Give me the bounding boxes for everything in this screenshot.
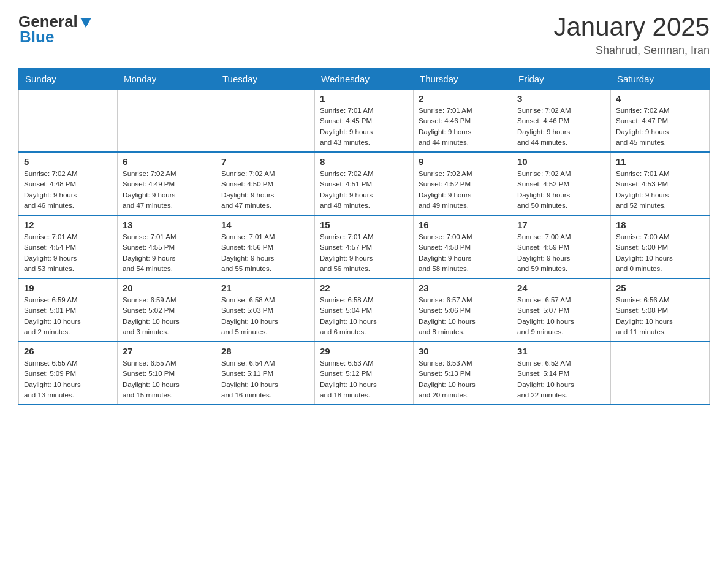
calendar-cell: 26Sunrise: 6:55 AM Sunset: 5:09 PM Dayli…: [19, 342, 118, 405]
calendar-cell: 30Sunrise: 6:53 AM Sunset: 5:13 PM Dayli…: [414, 342, 512, 405]
day-number: 29: [320, 346, 408, 356]
day-info: Sunrise: 7:00 AM Sunset: 4:58 PM Dayligh…: [419, 232, 507, 274]
day-number: 9: [419, 156, 507, 167]
calendar-cell: 5Sunrise: 7:02 AM Sunset: 4:48 PM Daylig…: [19, 152, 118, 215]
calendar-cell: 24Sunrise: 6:57 AM Sunset: 5:07 PM Dayli…: [512, 278, 611, 342]
calendar-week-3: 12Sunrise: 7:01 AM Sunset: 4:54 PM Dayli…: [19, 215, 710, 278]
title-area: January 2025 Shahrud, Semnan, Iran: [553, 12, 710, 57]
day-info: Sunrise: 7:02 AM Sunset: 4:50 PM Dayligh…: [221, 169, 309, 211]
day-number: 3: [517, 93, 605, 104]
calendar-cell: 28Sunrise: 6:54 AM Sunset: 5:11 PM Dayli…: [216, 342, 315, 405]
day-number: 27: [123, 346, 211, 356]
column-header-tuesday: Tuesday: [216, 69, 315, 90]
day-info: Sunrise: 7:01 AM Sunset: 4:46 PM Dayligh…: [419, 105, 507, 148]
day-info: Sunrise: 7:02 AM Sunset: 4:52 PM Dayligh…: [517, 169, 605, 211]
day-number: 24: [517, 283, 605, 293]
day-number: 6: [123, 156, 211, 167]
day-number: 22: [320, 283, 408, 293]
calendar-header-row: SundayMondayTuesdayWednesdayThursdayFrid…: [19, 69, 710, 90]
day-number: 16: [419, 220, 507, 230]
day-number: 25: [616, 283, 704, 293]
logo: General Blue: [18, 12, 93, 47]
calendar-cell: 7Sunrise: 7:02 AM Sunset: 4:50 PM Daylig…: [216, 152, 315, 215]
calendar-week-4: 19Sunrise: 6:59 AM Sunset: 5:01 PM Dayli…: [19, 278, 710, 342]
day-info: Sunrise: 7:02 AM Sunset: 4:52 PM Dayligh…: [419, 169, 507, 211]
calendar-cell: 21Sunrise: 6:58 AM Sunset: 5:03 PM Dayli…: [216, 278, 315, 342]
day-info: Sunrise: 7:02 AM Sunset: 4:46 PM Dayligh…: [517, 105, 605, 148]
day-number: 23: [419, 283, 507, 293]
calendar-cell: 3Sunrise: 7:02 AM Sunset: 4:46 PM Daylig…: [512, 90, 611, 153]
day-info: Sunrise: 6:57 AM Sunset: 5:07 PM Dayligh…: [517, 295, 605, 337]
day-number: 13: [123, 220, 211, 230]
calendar-cell: 27Sunrise: 6:55 AM Sunset: 5:10 PM Dayli…: [118, 342, 216, 405]
day-number: 2: [419, 93, 507, 104]
day-number: 30: [419, 346, 507, 356]
day-info: Sunrise: 7:02 AM Sunset: 4:47 PM Dayligh…: [616, 105, 704, 148]
day-number: 20: [123, 283, 211, 293]
day-info: Sunrise: 7:01 AM Sunset: 4:56 PM Dayligh…: [221, 232, 309, 274]
calendar-cell: 17Sunrise: 7:00 AM Sunset: 4:59 PM Dayli…: [512, 215, 611, 278]
day-number: 31: [517, 346, 605, 356]
column-header-saturday: Saturday: [611, 69, 710, 90]
calendar-cell: 2Sunrise: 7:01 AM Sunset: 4:46 PM Daylig…: [414, 90, 512, 153]
day-info: Sunrise: 7:02 AM Sunset: 4:51 PM Dayligh…: [320, 169, 408, 211]
calendar-cell: 18Sunrise: 7:00 AM Sunset: 5:00 PM Dayli…: [611, 215, 710, 278]
column-header-sunday: Sunday: [19, 69, 118, 90]
calendar-cell: 16Sunrise: 7:00 AM Sunset: 4:58 PM Dayli…: [414, 215, 512, 278]
calendar-cell: 12Sunrise: 7:01 AM Sunset: 4:54 PM Dayli…: [19, 215, 118, 278]
column-header-friday: Friday: [512, 69, 611, 90]
day-info: Sunrise: 6:55 AM Sunset: 5:09 PM Dayligh…: [24, 358, 112, 400]
calendar-cell: 1Sunrise: 7:01 AM Sunset: 4:45 PM Daylig…: [315, 90, 414, 153]
calendar-week-5: 26Sunrise: 6:55 AM Sunset: 5:09 PM Dayli…: [19, 342, 710, 405]
calendar-cell: [19, 90, 118, 153]
calendar-cell: 9Sunrise: 7:02 AM Sunset: 4:52 PM Daylig…: [414, 152, 512, 215]
day-number: 1: [320, 93, 408, 104]
calendar-cell: [611, 342, 710, 405]
calendar-cell: 4Sunrise: 7:02 AM Sunset: 4:47 PM Daylig…: [611, 90, 710, 153]
calendar-table: SundayMondayTuesdayWednesdayThursdayFrid…: [18, 68, 710, 405]
day-info: Sunrise: 6:54 AM Sunset: 5:11 PM Dayligh…: [221, 358, 309, 400]
calendar-cell: 25Sunrise: 6:56 AM Sunset: 5:08 PM Dayli…: [611, 278, 710, 342]
calendar-cell: [118, 90, 216, 153]
calendar-week-1: 1Sunrise: 7:01 AM Sunset: 4:45 PM Daylig…: [19, 90, 710, 153]
calendar-cell: [216, 90, 315, 153]
day-number: 18: [616, 220, 704, 230]
day-number: 5: [24, 156, 112, 167]
calendar-cell: 13Sunrise: 7:01 AM Sunset: 4:55 PM Dayli…: [118, 215, 216, 278]
day-info: Sunrise: 6:57 AM Sunset: 5:06 PM Dayligh…: [419, 295, 507, 337]
day-info: Sunrise: 6:59 AM Sunset: 5:01 PM Dayligh…: [24, 295, 112, 337]
day-info: Sunrise: 6:58 AM Sunset: 5:03 PM Dayligh…: [221, 295, 309, 337]
calendar-cell: 22Sunrise: 6:58 AM Sunset: 5:04 PM Dayli…: [315, 278, 414, 342]
day-info: Sunrise: 6:52 AM Sunset: 5:14 PM Dayligh…: [517, 358, 605, 400]
day-info: Sunrise: 6:58 AM Sunset: 5:04 PM Dayligh…: [320, 295, 408, 337]
day-number: 26: [24, 346, 112, 356]
day-info: Sunrise: 6:55 AM Sunset: 5:10 PM Dayligh…: [123, 358, 211, 400]
column-header-thursday: Thursday: [414, 69, 512, 90]
logo-triangle-icon: [79, 15, 93, 29]
day-info: Sunrise: 6:53 AM Sunset: 5:12 PM Dayligh…: [320, 358, 408, 400]
day-info: Sunrise: 7:01 AM Sunset: 4:55 PM Dayligh…: [123, 232, 211, 274]
calendar-cell: 10Sunrise: 7:02 AM Sunset: 4:52 PM Dayli…: [512, 152, 611, 215]
day-number: 12: [24, 220, 112, 230]
calendar-cell: 8Sunrise: 7:02 AM Sunset: 4:51 PM Daylig…: [315, 152, 414, 215]
svg-marker-0: [80, 18, 91, 28]
day-number: 10: [517, 156, 605, 167]
day-info: Sunrise: 7:01 AM Sunset: 4:54 PM Dayligh…: [24, 232, 112, 274]
page-header: General Blue January 2025 Shahrud, Semna…: [18, 12, 710, 57]
day-info: Sunrise: 6:53 AM Sunset: 5:13 PM Dayligh…: [419, 358, 507, 400]
day-info: Sunrise: 7:01 AM Sunset: 4:53 PM Dayligh…: [616, 169, 704, 211]
calendar-subtitle: Shahrud, Semnan, Iran: [553, 44, 710, 57]
calendar-cell: 15Sunrise: 7:01 AM Sunset: 4:57 PM Dayli…: [315, 215, 414, 278]
day-number: 21: [221, 283, 309, 293]
day-info: Sunrise: 6:56 AM Sunset: 5:08 PM Dayligh…: [616, 295, 704, 337]
day-number: 8: [320, 156, 408, 167]
day-info: Sunrise: 7:01 AM Sunset: 4:45 PM Dayligh…: [320, 105, 408, 148]
day-number: 19: [24, 283, 112, 293]
day-number: 17: [517, 220, 605, 230]
calendar-cell: 23Sunrise: 6:57 AM Sunset: 5:06 PM Dayli…: [414, 278, 512, 342]
calendar-cell: 31Sunrise: 6:52 AM Sunset: 5:14 PM Dayli…: [512, 342, 611, 405]
calendar-week-2: 5Sunrise: 7:02 AM Sunset: 4:48 PM Daylig…: [19, 152, 710, 215]
calendar-title: January 2025: [553, 12, 710, 42]
day-number: 14: [221, 220, 309, 230]
day-info: Sunrise: 7:00 AM Sunset: 4:59 PM Dayligh…: [517, 232, 605, 274]
